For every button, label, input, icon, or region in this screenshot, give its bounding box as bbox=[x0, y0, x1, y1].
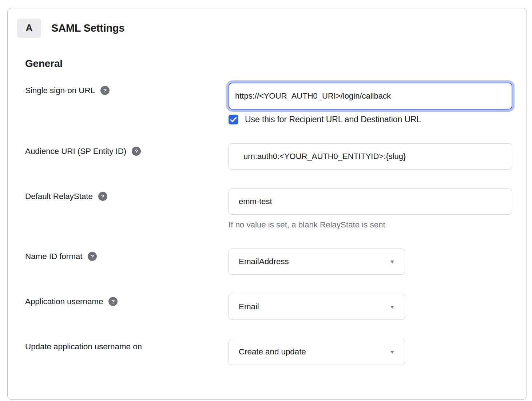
default-relay-state-input[interactable] bbox=[229, 188, 512, 215]
name-id-format-label: Name ID format bbox=[25, 251, 82, 261]
field-row-application-username: Application username ? Email ▼ bbox=[25, 294, 527, 320]
audience-uri-input[interactable] bbox=[229, 143, 512, 170]
saml-settings-panel: A SAML Settings General Single sign-on U… bbox=[7, 8, 527, 400]
field-cell bbox=[229, 143, 527, 170]
recipient-url-checkbox-label: Use this for Recipient URL and Destinati… bbox=[245, 115, 421, 124]
audience-uri-label: Audience URI (SP Entity ID) bbox=[25, 146, 126, 156]
page-title: SAML Settings bbox=[51, 22, 125, 34]
application-username-select[interactable]: Email ▼ bbox=[229, 294, 405, 320]
recipient-url-checkbox[interactable] bbox=[229, 115, 238, 124]
section-heading-general: General bbox=[25, 58, 527, 70]
name-id-format-select[interactable]: EmailAddress ▼ bbox=[229, 249, 405, 275]
field-row-update-application-username-on: Update application username on Create an… bbox=[25, 339, 527, 365]
field-row-single-sign-on-url: Single sign-on URL ? Use this for Recipi… bbox=[25, 83, 527, 124]
field-cell: Create and update ▼ bbox=[229, 339, 527, 365]
label-cell: Single sign-on URL ? bbox=[25, 83, 229, 124]
field-row-default-relay-state: Default RelayState ? If no value is set,… bbox=[25, 188, 527, 230]
application-username-label: Application username bbox=[25, 297, 103, 306]
field-cell: Use this for Recipient URL and Destinati… bbox=[229, 83, 527, 124]
section-badge: A bbox=[17, 19, 41, 38]
help-icon[interactable]: ? bbox=[98, 192, 107, 201]
field-cell: EmailAddress ▼ bbox=[229, 249, 527, 275]
field-row-audience-uri: Audience URI (SP Entity ID) ? bbox=[25, 143, 527, 170]
label-cell: Audience URI (SP Entity ID) ? bbox=[25, 143, 229, 170]
label-cell: Application username ? bbox=[25, 294, 229, 320]
field-cell: Email ▼ bbox=[229, 294, 527, 320]
saml-settings-form: Single sign-on URL ? Use this for Recipi… bbox=[8, 83, 527, 365]
recipient-url-checkbox-row: Use this for Recipient URL and Destinati… bbox=[229, 115, 527, 124]
update-application-username-on-label: Update application username on bbox=[25, 342, 142, 352]
chevron-down-icon: ▼ bbox=[389, 304, 395, 310]
help-icon[interactable]: ? bbox=[88, 252, 97, 261]
name-id-format-selected-value: EmailAddress bbox=[239, 257, 289, 266]
help-icon[interactable]: ? bbox=[108, 297, 118, 306]
field-row-name-id-format: Name ID format ? EmailAddress ▼ bbox=[25, 249, 527, 275]
single-sign-on-url-input[interactable] bbox=[229, 83, 512, 110]
update-application-username-on-select[interactable]: Create and update ▼ bbox=[229, 339, 405, 365]
label-cell: Update application username on bbox=[25, 339, 229, 365]
help-icon[interactable]: ? bbox=[100, 86, 110, 95]
relay-state-helper-text: If no value is set, a blank RelayState i… bbox=[229, 220, 527, 230]
help-icon[interactable]: ? bbox=[132, 147, 141, 156]
application-username-selected-value: Email bbox=[239, 302, 259, 311]
chevron-down-icon: ▼ bbox=[389, 259, 395, 265]
panel-header: A SAML Settings bbox=[8, 8, 527, 38]
label-cell: Name ID format ? bbox=[25, 249, 229, 275]
update-application-username-selected-value: Create and update bbox=[239, 347, 306, 357]
single-sign-on-url-label: Single sign-on URL bbox=[25, 86, 95, 95]
chevron-down-icon: ▼ bbox=[389, 349, 395, 355]
check-icon bbox=[230, 117, 237, 122]
field-cell: If no value is set, a blank RelayState i… bbox=[229, 188, 527, 230]
default-relay-state-label: Default RelayState bbox=[25, 191, 93, 201]
label-cell: Default RelayState ? bbox=[25, 188, 229, 230]
